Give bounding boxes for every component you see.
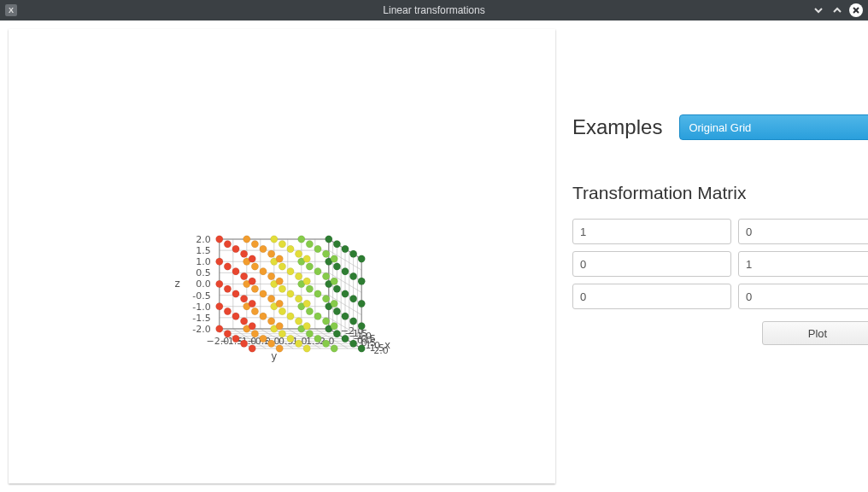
svg-point-185 <box>349 250 356 257</box>
svg-point-121 <box>279 331 285 337</box>
examples-row: Examples Original Grid <box>572 114 868 140</box>
svg-text:0.0: 0.0 <box>196 278 211 290</box>
maximize-icon[interactable] <box>830 3 844 17</box>
svg-point-141 <box>260 335 267 342</box>
examples-label: Examples <box>572 115 662 139</box>
svg-point-112 <box>224 308 231 314</box>
svg-point-146 <box>287 335 294 342</box>
svg-point-196 <box>303 345 310 352</box>
svg-point-206 <box>358 345 365 352</box>
svg-point-152 <box>314 313 321 319</box>
matrix-input-2-1[interactable] <box>738 284 868 309</box>
svg-point-135 <box>333 241 340 248</box>
svg-point-174 <box>295 272 302 279</box>
svg-point-187 <box>249 323 255 330</box>
svg-point-118 <box>251 285 258 292</box>
matrix-input-0-1[interactable] <box>738 219 868 244</box>
svg-point-181 <box>349 340 356 347</box>
close-icon[interactable] <box>849 3 863 17</box>
svg-point-200 <box>303 255 310 262</box>
svg-point-86 <box>216 325 223 332</box>
svg-text:-1.5: -1.5 <box>192 313 210 324</box>
plot-button[interactable]: Plot <box>762 321 868 345</box>
svg-point-117 <box>251 308 258 314</box>
svg-point-116 <box>251 331 258 337</box>
minimize-icon[interactable] <box>812 3 825 17</box>
side-panel: Examples Original Grid Transformation Ma… <box>564 20 868 492</box>
svg-point-192 <box>276 323 283 330</box>
svg-point-199 <box>303 278 310 284</box>
svg-point-150 <box>287 245 294 252</box>
svg-point-148 <box>287 290 294 297</box>
svg-point-123 <box>279 285 285 292</box>
svg-text:-0.5: -0.5 <box>192 290 210 302</box>
svg-text:z: z <box>174 278 179 290</box>
svg-point-168 <box>267 296 274 302</box>
matrix-input-1-1[interactable] <box>738 251 868 277</box>
svg-point-183 <box>349 296 356 302</box>
svg-point-113 <box>224 285 231 292</box>
svg-text:2.0: 2.0 <box>196 234 211 245</box>
svg-point-173 <box>295 296 302 302</box>
svg-point-156 <box>342 335 349 342</box>
svg-point-105 <box>298 236 305 243</box>
svg-point-171 <box>295 340 302 347</box>
svg-point-100 <box>271 236 278 243</box>
svg-point-89 <box>216 258 223 265</box>
svg-point-172 <box>295 318 302 325</box>
svg-point-182 <box>349 318 356 325</box>
window-controls <box>812 3 868 17</box>
svg-point-125 <box>279 241 285 248</box>
svg-point-169 <box>267 272 274 279</box>
dropdown-selected: Original Grid <box>689 121 751 134</box>
svg-point-147 <box>287 313 294 319</box>
svg-point-126 <box>306 331 313 337</box>
svg-point-128 <box>306 285 313 292</box>
svg-point-205 <box>331 255 337 262</box>
svg-point-193 <box>276 300 283 307</box>
svg-point-159 <box>342 268 349 275</box>
svg-point-145 <box>260 245 267 252</box>
matrix-grid <box>572 219 868 309</box>
svg-point-194 <box>276 278 283 284</box>
svg-point-186 <box>249 345 255 352</box>
svg-point-137 <box>232 313 239 319</box>
svg-point-209 <box>358 278 365 284</box>
svg-point-167 <box>267 318 274 325</box>
svg-point-161 <box>240 340 247 347</box>
svg-text:1.0: 1.0 <box>196 256 211 267</box>
svg-point-132 <box>333 308 340 314</box>
svg-point-111 <box>224 331 231 337</box>
content: -2.0-1.5-1.0-0.50.00.51.01.52.0−2.0−1.5−… <box>0 20 868 492</box>
svg-point-90 <box>216 236 223 243</box>
svg-point-208 <box>358 300 365 307</box>
svg-point-110 <box>326 236 332 243</box>
svg-point-134 <box>333 263 340 270</box>
matrix-input-1-0[interactable] <box>572 251 731 277</box>
matrix-title: Transformation Matrix <box>572 183 868 203</box>
window-title: Linear transformations <box>0 4 868 16</box>
svg-point-151 <box>314 335 321 342</box>
svg-point-154 <box>314 268 321 275</box>
svg-point-177 <box>322 318 329 325</box>
titlebar: X Linear transformations <box>0 0 868 20</box>
svg-point-188 <box>249 300 255 307</box>
svg-point-164 <box>240 272 247 279</box>
matrix-input-2-0[interactable] <box>572 284 731 309</box>
svg-point-122 <box>279 308 285 314</box>
svg-point-119 <box>251 263 258 270</box>
svg-text:y: y <box>271 350 277 362</box>
svg-point-176 <box>322 340 329 347</box>
matrix-input-0-0[interactable] <box>572 219 731 244</box>
svg-point-166 <box>267 340 274 347</box>
svg-point-175 <box>295 250 302 257</box>
svg-point-157 <box>342 313 349 319</box>
svg-text:-2.0: -2.0 <box>192 324 210 335</box>
plot-area: -2.0-1.5-1.0-0.50.00.51.01.52.0−2.0−1.5−… <box>9 29 555 483</box>
svg-point-140 <box>232 245 239 252</box>
svg-point-198 <box>303 300 310 307</box>
examples-dropdown[interactable]: Original Grid <box>679 114 868 140</box>
svg-point-195 <box>276 255 283 262</box>
svg-text:-1.0: -1.0 <box>192 302 210 313</box>
svg-point-124 <box>279 263 285 270</box>
